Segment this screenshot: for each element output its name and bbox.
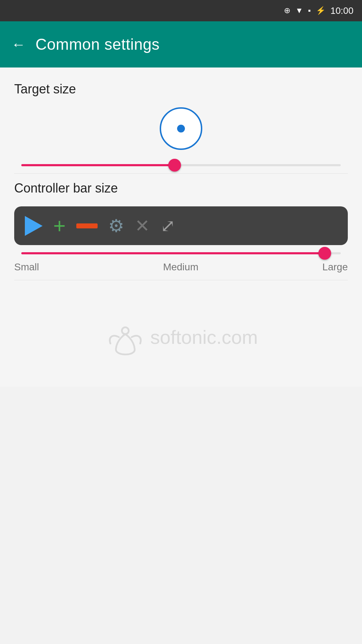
medium-label: Medium <box>163 261 198 273</box>
status-time: 10:00 <box>330 5 353 16</box>
signal-icon: ▪ <box>308 7 311 15</box>
slider-track-controller <box>21 252 341 254</box>
target-size-title: Target size <box>14 82 348 97</box>
svg-point-0 <box>122 327 129 334</box>
add-circle-icon: ⊕ <box>284 7 290 15</box>
slider-thumb[interactable] <box>168 159 181 172</box>
watermark: softonic.com <box>0 287 362 387</box>
back-button[interactable]: ← <box>11 37 26 52</box>
controller-bar-preview: + ⚙ ✕ ⤢ <box>14 206 348 245</box>
target-size-section: Target size <box>0 67 362 174</box>
controller-size-slider[interactable] <box>14 252 348 254</box>
size-labels: Small Medium Large <box>14 261 348 273</box>
controller-bar-section: Controller bar size + ⚙ ✕ ⤢ <box>0 181 362 280</box>
plus-icon: + <box>53 213 66 238</box>
slider-track <box>21 164 341 166</box>
play-icon <box>25 216 43 236</box>
target-circle-inner <box>177 125 185 132</box>
gear-icon: ⚙ <box>108 216 124 236</box>
controller-bar-title: Controller bar size <box>14 181 348 196</box>
softonic-logo-icon <box>104 316 147 358</box>
page-title: Common settings <box>35 36 160 53</box>
small-label: Small <box>14 261 39 273</box>
target-size-slider[interactable] <box>14 164 348 166</box>
slider-thumb-controller[interactable] <box>318 247 331 260</box>
wifi-icon: ▼ <box>295 7 303 15</box>
battery-icon: ⚡ <box>316 7 325 15</box>
target-circle-outer <box>160 107 202 150</box>
slider-fill <box>21 164 175 166</box>
bottom-divider <box>14 280 348 280</box>
slider-fill-controller <box>21 252 325 254</box>
close-icon: ✕ <box>135 216 150 236</box>
status-bar: ⊕ ▼ ▪ ⚡ 10:00 <box>0 0 362 21</box>
section-divider <box>14 173 348 174</box>
minus-icon <box>76 223 98 228</box>
move-icon: ⤢ <box>160 216 175 236</box>
target-preview <box>14 107 348 150</box>
app-bar: ← Common settings <box>0 21 362 67</box>
large-label: Large <box>322 261 348 273</box>
softonic-text: softonic.com <box>150 326 258 348</box>
